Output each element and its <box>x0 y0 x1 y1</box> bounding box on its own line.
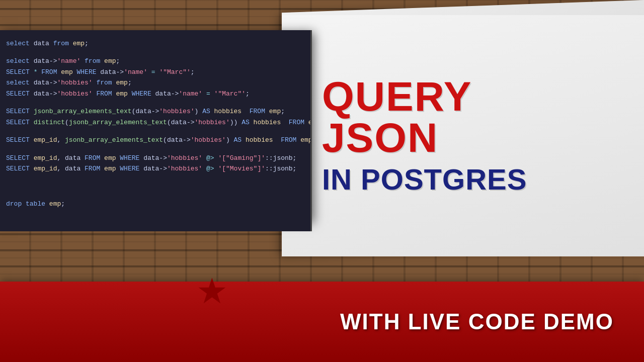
drop-table-line: drop table emp; <box>6 200 304 208</box>
code-line-5: SELECT data->'hobbies' FROM emp WHERE da… <box>6 88 304 99</box>
drop-table-content: drop table emp; <box>0 191 310 214</box>
title-panel: QUERY JSON IN POSTGRES <box>282 15 644 256</box>
code-line-6: SELECT jsonb_array_elements_text(data->'… <box>6 106 304 117</box>
code-line-4: select data->'hobbies' from emp; <box>6 77 304 88</box>
code-line-3: SELECT * FROM emp WHERE data->'name' = '… <box>6 67 304 77</box>
code-line-2: select data->'name' from emp; <box>6 56 304 66</box>
code-line-10: SELECT emp_id, data FROM emp WHERE data-… <box>6 163 304 174</box>
code-content: select data from emp; select data->'name… <box>0 30 310 182</box>
code-line-9: SELECT emp_id, data FROM emp WHERE data-… <box>6 153 304 163</box>
title-line2: JSON <box>322 117 438 158</box>
subtitle-text: WITH LIVE CODE DEMO <box>340 309 614 334</box>
code-editor-bottom: drop table emp; <box>0 191 312 231</box>
code-line-8: SELECT emp_id, jsonb_array_elements_text… <box>6 135 304 145</box>
code-line-1: select data from emp; <box>6 38 304 49</box>
title-line3: IN POSTGRES <box>322 163 527 196</box>
red-banner: WITH LIVE CODE DEMO <box>0 282 644 362</box>
title-line1: QUERY <box>322 76 472 117</box>
code-line-7: SELECT distinct(jsonb_array_elements_tex… <box>6 117 304 128</box>
star-icon: ★ <box>196 270 228 312</box>
